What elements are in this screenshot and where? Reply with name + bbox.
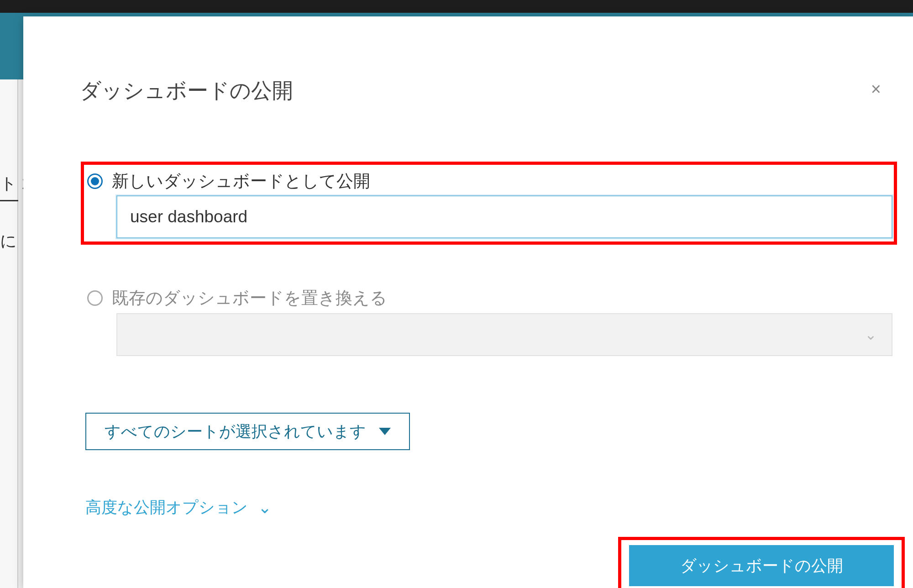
publish-new-option[interactable]: 新しいダッシュボードとして公開: [87, 170, 370, 193]
publish-dashboard-button[interactable]: ダッシュボードの公開: [629, 545, 894, 586]
background-text: に: [0, 230, 17, 252]
top-bar: [0, 0, 913, 13]
close-button[interactable]: ×: [871, 80, 881, 98]
radio-new-dashboard[interactable]: [87, 173, 103, 189]
sheet-selector-dropdown[interactable]: すべてのシートが選択されています: [85, 413, 410, 450]
caret-down-icon: [379, 428, 391, 435]
advanced-options-toggle[interactable]: 高度な公開オプション ⌄: [85, 497, 272, 518]
chevron-down-icon: ⌄: [865, 326, 877, 343]
new-dashboard-name-input[interactable]: [116, 195, 892, 238]
background-divider: [0, 200, 18, 201]
modal-title: ダッシュボードの公開: [80, 77, 293, 105]
advanced-options-label: 高度な公開オプション: [85, 497, 248, 518]
sheet-selector-label: すべてのシートが選択されています: [105, 421, 366, 442]
existing-dashboard-select: ⌄: [116, 313, 892, 356]
radio-replace-dashboard[interactable]: [87, 290, 103, 306]
replace-existing-option[interactable]: 既存のダッシュボードを置き換える: [87, 287, 387, 310]
radio-replace-dashboard-label: 既存のダッシュボードを置き換える: [112, 287, 387, 310]
chevron-down-icon: ⌄: [258, 498, 272, 517]
radio-new-dashboard-label: 新しいダッシュボードとして公開: [112, 170, 370, 193]
publish-dashboard-modal: ダッシュボードの公開 × 新しいダッシュボードとして公開 既存のダッシュボードを…: [23, 16, 913, 588]
background-left-panel: [0, 79, 18, 588]
